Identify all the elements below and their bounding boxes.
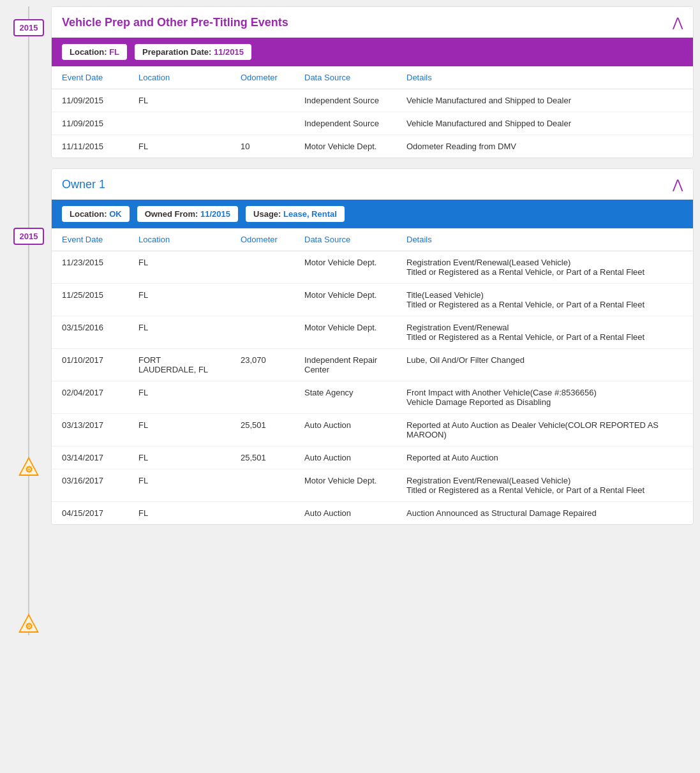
cell-odometer: [230, 284, 294, 316]
vehicle-prep-infobar: Location: FL Preparation Date: 11/2015: [52, 38, 693, 66]
cell-datasource: Motor Vehicle Dept.: [294, 251, 396, 284]
cell-date: 11/25/2015: [52, 284, 128, 316]
timeline-wrapper: 2015 2015 ⚙ ⚙ Vehicle P: [6, 6, 694, 635]
cell-odometer: [230, 112, 294, 135]
alert-icon-1: ⚙: [17, 455, 40, 478]
vehicle-prep-header: Vehicle Prep and Other Pre-Titling Event…: [52, 7, 693, 38]
cell-odometer: [230, 502, 294, 525]
prep-date-chip: Preparation Date: 11/2015: [135, 44, 251, 60]
cell-odometer: [230, 316, 294, 349]
cell-location: FL: [128, 316, 230, 349]
cell-datasource: Auto Auction: [294, 502, 396, 525]
location-value-prep: FL: [109, 47, 119, 57]
th-event-date-owner1: Event Date: [52, 228, 128, 251]
cell-datasource: State Agency: [294, 381, 396, 414]
th-odometer-prep: Odometer: [230, 66, 294, 89]
location-value-owner1: OK: [109, 209, 122, 219]
cell-datasource: Motor Vehicle Dept.: [294, 284, 396, 316]
cell-odometer: 10: [230, 135, 294, 158]
cell-odometer: [230, 469, 294, 502]
cell-location: FL: [128, 414, 230, 446]
cell-details: Vehicle Manufactured and Shipped to Deal…: [396, 89, 693, 112]
usage-chip: Usage: Lease, Rental: [246, 206, 345, 222]
vehicle-prep-title: Vehicle Prep and Other Pre-Titling Event…: [62, 16, 288, 29]
table-row: 03/15/2016 FL Motor Vehicle Dept. Regist…: [52, 316, 693, 349]
alert-icon-2: ⚙: [17, 612, 40, 635]
vehicle-prep-header-row: Event Date Location Odometer Data Source…: [52, 66, 693, 89]
th-datasource-prep: Data Source: [294, 66, 396, 89]
cell-details: Title(Leased Vehicle)Titled or Registere…: [396, 284, 693, 316]
cell-details: Odometer Reading from DMV: [396, 135, 693, 158]
cell-date: 02/04/2017: [52, 381, 128, 414]
th-details-owner1: Details: [396, 228, 693, 251]
cell-location: FL: [128, 89, 230, 112]
cell-date: 03/15/2016: [52, 316, 128, 349]
cell-details: Reported at Auto Auction as Dealer Vehic…: [396, 414, 693, 446]
table-row: 03/13/2017 FL 25,501 Auto Auction Report…: [52, 414, 693, 446]
vehicle-prep-table: Event Date Location Odometer Data Source…: [52, 66, 693, 158]
cell-datasource: Independent Source: [294, 112, 396, 135]
cell-datasource: Independent Repair Center: [294, 349, 396, 381]
cell-details: Auction Announced as Structural Damage R…: [396, 502, 693, 525]
table-row: 03/14/2017 FL 25,501 Auto Auction Report…: [52, 446, 693, 469]
cell-details: Front Impact with Another Vehicle(Case #…: [396, 381, 693, 414]
cell-date: 11/11/2015: [52, 135, 128, 158]
owner1-thead: Event Date Location Odometer Data Source…: [52, 228, 693, 251]
th-details-prep: Details: [396, 66, 693, 89]
timeline-left: 2015 2015 ⚙ ⚙: [6, 6, 51, 635]
cell-odometer: [230, 381, 294, 414]
location-chip-owner1: Location: OK: [62, 206, 130, 222]
th-odometer-owner1: Odometer: [230, 228, 294, 251]
timeline-line: [28, 6, 29, 635]
table-row: 02/04/2017 FL State Agency Front Impact …: [52, 381, 693, 414]
owner1-tbody: 11/23/2015 FL Motor Vehicle Dept. Regist…: [52, 251, 693, 525]
cell-odometer: 25,501: [230, 446, 294, 469]
usage-label: Usage:: [253, 209, 281, 219]
th-location-prep: Location: [128, 66, 230, 89]
year-badge-owner1: 2015: [13, 228, 45, 245]
owner1-header-row: Event Date Location Odometer Data Source…: [52, 228, 693, 251]
owner1-header: Owner 1 ⋀: [52, 169, 693, 200]
cell-date: 11/09/2015: [52, 89, 128, 112]
cell-odometer: 25,501: [230, 414, 294, 446]
cell-date: 04/15/2017: [52, 502, 128, 525]
cell-date: 03/16/2017: [52, 469, 128, 502]
cell-details: Registration Event/RenewalTitled or Regi…: [396, 316, 693, 349]
cell-datasource: Motor Vehicle Dept.: [294, 316, 396, 349]
cell-location: FL: [128, 469, 230, 502]
table-row: 04/15/2017 FL Auto Auction Auction Annou…: [52, 502, 693, 525]
cell-datasource: Independent Source: [294, 89, 396, 112]
location-label-prep: Location:: [70, 47, 107, 57]
cell-location: FL: [128, 446, 230, 469]
owned-from-label: Owned From:: [145, 209, 198, 219]
cell-datasource: Motor Vehicle Dept.: [294, 469, 396, 502]
cell-location: FL: [128, 381, 230, 414]
table-row: 11/09/2015 Independent Source Vehicle Ma…: [52, 112, 693, 135]
cell-location: FL: [128, 135, 230, 158]
cell-datasource: Auto Auction: [294, 446, 396, 469]
owner1-chevron[interactable]: ⋀: [673, 177, 683, 192]
cell-details: Registration Event/Renewal(Leased Vehicl…: [396, 251, 693, 284]
location-label-owner1: Location:: [70, 209, 107, 219]
cell-date: 11/09/2015: [52, 112, 128, 135]
vehicle-prep-tbody: 11/09/2015 FL Independent Source Vehicle…: [52, 89, 693, 158]
cell-date: 03/14/2017: [52, 446, 128, 469]
cell-details: Vehicle Manufactured and Shipped to Deal…: [396, 112, 693, 135]
cell-odometer: 23,070: [230, 349, 294, 381]
cell-details: Lube, Oil And/Or Filter Changed: [396, 349, 693, 381]
prep-date-value: 11/2015: [214, 47, 244, 57]
cell-details: Reported at Auto Auction: [396, 446, 693, 469]
cell-location: FORT LAUDERDALE, FL: [128, 349, 230, 381]
vehicle-prep-card: Vehicle Prep and Other Pre-Titling Event…: [51, 6, 694, 158]
cell-location: FL: [128, 284, 230, 316]
year-badge-prep: 2015: [13, 19, 45, 36]
location-chip-prep: Location: FL: [62, 44, 127, 60]
cell-details: Registration Event/Renewal(Leased Vehicl…: [396, 469, 693, 502]
owned-from-value: 11/2015: [200, 209, 230, 219]
th-location-owner1: Location: [128, 228, 230, 251]
th-event-date-prep: Event Date: [52, 66, 128, 89]
vehicle-prep-chevron[interactable]: ⋀: [673, 15, 683, 30]
table-row: 11/23/2015 FL Motor Vehicle Dept. Regist…: [52, 251, 693, 284]
main-content: Vehicle Prep and Other Pre-Titling Event…: [51, 6, 694, 635]
cell-date: 11/23/2015: [52, 251, 128, 284]
